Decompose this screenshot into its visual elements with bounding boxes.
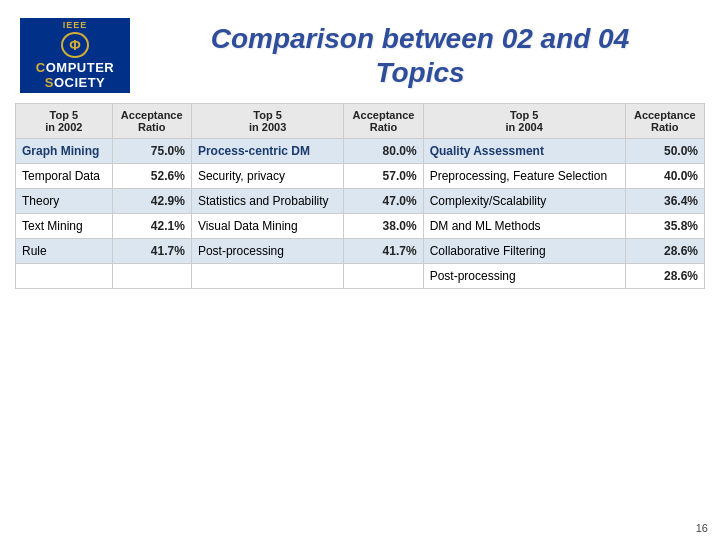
cell-topic2003-4: Post-processing bbox=[191, 239, 343, 264]
cell-ratio2004-4: 28.6% bbox=[625, 239, 704, 264]
ieee-label: IEEE bbox=[63, 20, 88, 30]
cell-topic2002-1: Temporal Data bbox=[16, 164, 113, 189]
cell-topic2003-1: Security, privacy bbox=[191, 164, 343, 189]
col-header-topic2003: Top 5in 2003 bbox=[191, 104, 343, 139]
header: IEEE Φ COMPUTERSOCIETY Comparison betwee… bbox=[0, 0, 720, 103]
title-line1: Comparison between 02 and 04 bbox=[211, 23, 630, 54]
cell-topic2002-5 bbox=[16, 264, 113, 289]
cell-ratio2004-1: 40.0% bbox=[625, 164, 704, 189]
cell-topic2002-4: Rule bbox=[16, 239, 113, 264]
cell-topic2002-3: Text Mining bbox=[16, 214, 113, 239]
cell-topic2003-0: Process-centric DM bbox=[191, 139, 343, 164]
cell-topic2004-3: DM and ML Methods bbox=[423, 214, 625, 239]
col-header-ratio2002: AcceptanceRatio bbox=[112, 104, 191, 139]
cell-ratio2003-2: 47.0% bbox=[344, 189, 423, 214]
cell-topic2003-2: Statistics and Probability bbox=[191, 189, 343, 214]
col-header-ratio2003: AcceptanceRatio bbox=[344, 104, 423, 139]
title-line2: Topics bbox=[375, 57, 464, 88]
cell-ratio2003-3: 38.0% bbox=[344, 214, 423, 239]
col-header-topic2002: Top 5in 2002 bbox=[16, 104, 113, 139]
logo-text: COMPUTERSOCIETY bbox=[36, 60, 114, 91]
cell-topic2003-5 bbox=[191, 264, 343, 289]
cell-ratio2004-5: 28.6% bbox=[625, 264, 704, 289]
cell-ratio2003-5 bbox=[344, 264, 423, 289]
cell-ratio2002-3: 42.1% bbox=[112, 214, 191, 239]
col-header-ratio2004: AcceptanceRatio bbox=[625, 104, 704, 139]
cell-topic2002-0: Graph Mining bbox=[16, 139, 113, 164]
cell-ratio2002-2: 42.9% bbox=[112, 189, 191, 214]
table-row: Graph Mining75.0%Process-centric DM80.0%… bbox=[16, 139, 705, 164]
cell-topic2004-2: Complexity/Scalability bbox=[423, 189, 625, 214]
table-row: Rule41.7%Post-processing41.7%Collaborati… bbox=[16, 239, 705, 264]
cell-ratio2003-0: 80.0% bbox=[344, 139, 423, 164]
main-title: Comparison between 02 and 04 Topics bbox=[150, 22, 690, 89]
col-header-topic2004: Top 5in 2004 bbox=[423, 104, 625, 139]
logo: IEEE Φ COMPUTERSOCIETY bbox=[20, 18, 130, 93]
cell-topic2004-1: Preprocessing, Feature Selection bbox=[423, 164, 625, 189]
cell-topic2004-4: Collaborative Filtering bbox=[423, 239, 625, 264]
cell-topic2004-0: Quality Assessment bbox=[423, 139, 625, 164]
table-row: Text Mining42.1%Visual Data Mining38.0%D… bbox=[16, 214, 705, 239]
cell-ratio2002-4: 41.7% bbox=[112, 239, 191, 264]
cell-ratio2002-5 bbox=[112, 264, 191, 289]
cell-ratio2004-0: 50.0% bbox=[625, 139, 704, 164]
cell-topic2004-5: Post-processing bbox=[423, 264, 625, 289]
cell-ratio2004-3: 35.8% bbox=[625, 214, 704, 239]
cell-topic2003-3: Visual Data Mining bbox=[191, 214, 343, 239]
table-row: Post-processing28.6% bbox=[16, 264, 705, 289]
cell-ratio2002-1: 52.6% bbox=[112, 164, 191, 189]
table-body: Graph Mining75.0%Process-centric DM80.0%… bbox=[16, 139, 705, 289]
phi-symbol: Φ bbox=[61, 32, 89, 58]
table-container: Top 5in 2002 AcceptanceRatio Top 5in 200… bbox=[0, 103, 720, 294]
cell-ratio2004-2: 36.4% bbox=[625, 189, 704, 214]
comparison-table: Top 5in 2002 AcceptanceRatio Top 5in 200… bbox=[15, 103, 705, 289]
slide: IEEE Φ COMPUTERSOCIETY Comparison betwee… bbox=[0, 0, 720, 540]
cell-topic2002-2: Theory bbox=[16, 189, 113, 214]
table-row: Temporal Data52.6%Security, privacy57.0%… bbox=[16, 164, 705, 189]
cell-ratio2003-1: 57.0% bbox=[344, 164, 423, 189]
table-row: Theory42.9%Statistics and Probability47.… bbox=[16, 189, 705, 214]
cell-ratio2003-4: 41.7% bbox=[344, 239, 423, 264]
cell-ratio2002-0: 75.0% bbox=[112, 139, 191, 164]
table-header-row: Top 5in 2002 AcceptanceRatio Top 5in 200… bbox=[16, 104, 705, 139]
title-area: Comparison between 02 and 04 Topics bbox=[150, 22, 690, 89]
page-number: 16 bbox=[696, 522, 708, 534]
